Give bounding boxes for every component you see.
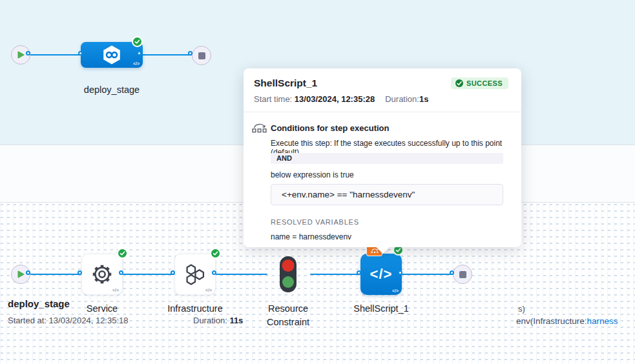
traffic-light-icon <box>278 256 298 293</box>
template-code-marker-icon: </> <box>133 61 140 66</box>
step-label-service: Service <box>63 302 141 316</box>
edge-dot <box>450 270 454 275</box>
service-gear-icon <box>90 262 114 287</box>
edge-dot <box>119 270 123 275</box>
connector-line <box>30 274 81 275</box>
resolved-variables-heading: RESOLVED VARIABLES <box>271 218 359 226</box>
connector-line <box>123 274 174 275</box>
edge-dot <box>357 270 361 275</box>
step-end-node[interactable] <box>453 265 472 284</box>
step-node-shellscript-1[interactable]: </> </> <box>360 254 402 295</box>
pipeline-execution-screen: </> deploy_stage deploy_stage Started at… <box>0 0 635 364</box>
stop-icon <box>198 52 205 59</box>
stage-started-at: Started at: 13/03/2024, 12:35:18 <box>8 316 129 325</box>
stage-summary-title: deploy_stage <box>8 298 70 309</box>
stage-duration: Duration: 11s <box>193 316 243 325</box>
environment-link[interactable]: harness <box>587 316 618 326</box>
stop-icon <box>459 271 466 278</box>
connector-line <box>216 274 267 275</box>
resolved-variable-value: name = harnessdevenv <box>271 232 351 241</box>
edge-dot <box>78 51 83 56</box>
connector-line <box>402 274 453 275</box>
shell-script-code-icon: </> <box>370 266 393 283</box>
expression-code-block: <+env.name> == "harnessdevenv" <box>271 184 503 205</box>
clipped-summary-text: s) <box>518 304 525 314</box>
step-details-popover: ShellScript_1 SUCCESS Start time: 13/03/… <box>244 68 521 247</box>
connector-line <box>141 54 192 56</box>
step-label-infrastructure: Infrastructure <box>150 302 240 316</box>
edge-dot <box>188 51 193 56</box>
edge-dot <box>137 51 141 56</box>
edge-dot <box>26 51 30 56</box>
step-label-shellscript-1: ShellScript_1 <box>342 302 420 316</box>
status-badge: SUCCESS <box>451 77 508 89</box>
connector-line <box>310 274 360 275</box>
edge-dot <box>78 270 82 275</box>
edge-dot <box>26 270 30 275</box>
stage-node-label: deploy_stage <box>67 83 157 97</box>
expression-note: below expression is true <box>271 170 354 179</box>
connector-line <box>30 54 82 56</box>
success-check-icon <box>455 79 463 87</box>
play-icon <box>17 270 25 278</box>
step-node-resource-constraint[interactable] <box>278 256 298 296</box>
template-code-marker-icon: </> <box>392 288 399 293</box>
edge-dot <box>171 270 175 275</box>
step-success-check-icon <box>117 248 128 259</box>
template-code-marker-icon: </> <box>112 288 119 292</box>
edge-dot <box>212 270 216 275</box>
step-node-service[interactable]: </> <box>81 254 123 295</box>
infrastructure-hexagons-icon <box>183 263 207 287</box>
harness-deploy-stage-icon <box>100 43 123 66</box>
popover-time-row: Start time: 13/03/2024, 12:35:28Duration… <box>254 94 508 104</box>
edge-dot <box>398 270 402 275</box>
popover-header: ShellScript_1 SUCCESS Start time: 13/03/… <box>244 68 521 112</box>
clipped-environment-text: env(Infrastructure:harness <box>516 316 618 326</box>
step-success-check-icon <box>210 248 221 259</box>
conditional-execution-icon <box>252 121 267 136</box>
template-code-marker-icon: </> <box>205 288 212 292</box>
operator-bar: AND <box>271 153 503 164</box>
stage-end-node[interactable] <box>192 46 211 65</box>
step-label-resource-constraint: Resource Constraint <box>253 302 324 329</box>
status-badge-label: SUCCESS <box>466 79 503 87</box>
stage-success-check-icon <box>132 36 143 47</box>
step-node-infrastructure[interactable]: </> <box>174 254 216 295</box>
play-icon <box>17 51 25 59</box>
conditions-section-title: Conditions for step execution <box>271 123 389 133</box>
